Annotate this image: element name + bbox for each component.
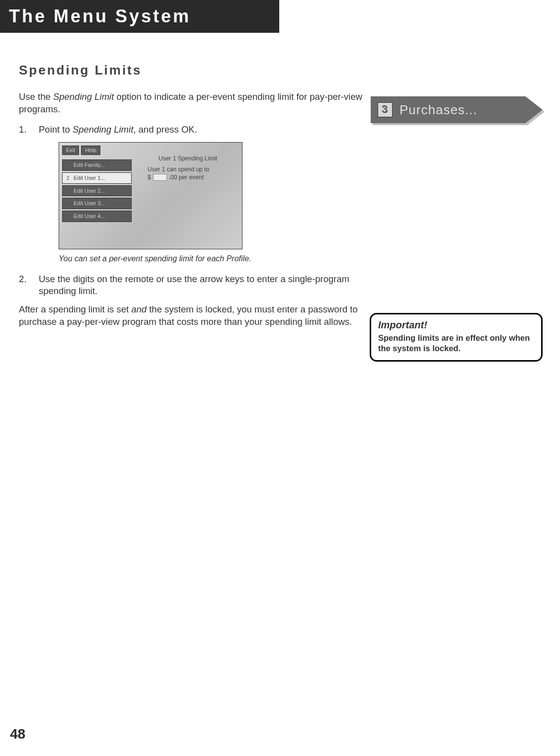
after-em: and [131, 304, 147, 314]
chapter-header: The Menu System [0, 0, 279, 33]
panel-line2: $ .00 per event [148, 173, 204, 181]
menu-label: Edit User 3... [74, 200, 105, 206]
menu-edit-family: Edit Family... [62, 159, 132, 171]
menu-label: Edit User 4... [74, 213, 105, 219]
tag-number-box: 3 [378, 102, 393, 117]
after-pre: After a spending limit is set [19, 304, 131, 314]
intro-pre: Use the [19, 91, 53, 102]
tag-number: 3 [382, 103, 388, 116]
screenshot-menu: Edit Family... 2Edit User 1... Edit User… [62, 159, 132, 224]
chapter-title: The Menu System [9, 6, 191, 27]
help-button: Help [81, 146, 100, 155]
menu-edit-user-2: Edit User 2... [62, 185, 132, 197]
figure-wrapper: Exit Help Edit Family... 2Edit User 1...… [59, 142, 242, 249]
menu-num: 2 [67, 175, 73, 182]
screenshot-toolbar: Exit Help [62, 146, 100, 155]
tag-label: Purchases... [400, 102, 478, 118]
note-body: Spending limits are in effect only when … [378, 333, 534, 354]
amount-input [153, 174, 167, 181]
step-2: Use the digits on the remote or use the … [19, 273, 367, 298]
menu-label: Edit User 2... [74, 188, 105, 194]
figure-caption: You can set a per-event spending limit f… [59, 253, 367, 264]
important-note: Important! Spending limits are in effect… [370, 313, 543, 362]
menu-edit-user-1: 2Edit User 1... [62, 172, 132, 184]
panel-line1: User 1 can spend up to [148, 165, 209, 173]
spending-limit-screenshot: Exit Help Edit Family... 2Edit User 1...… [59, 142, 242, 249]
note-title: Important! [378, 319, 534, 331]
menu-label: Edit User 1... [74, 175, 105, 181]
main-column: Spending Limits Use the Spending Limit o… [19, 63, 367, 328]
step1-em: Spending Limit [73, 124, 133, 135]
intro-paragraph: Use the Spending Limit option to indicat… [19, 91, 367, 116]
section-title: Spending Limits [19, 63, 367, 78]
intro-em: Spending Limit [53, 91, 114, 102]
step-1: Point to Spending Limit, and press OK. E… [19, 124, 367, 264]
menu-label: Edit Family... [74, 162, 105, 168]
exit-button: Exit [62, 146, 79, 155]
purchases-tag: 3 Purchases... [371, 96, 543, 123]
tag-body: 3 Purchases... [371, 96, 543, 123]
per-event-suffix: .00 per event [169, 173, 204, 181]
step1-post: , and press OK. [133, 124, 197, 135]
menu-edit-user-3: Edit User 3... [62, 198, 132, 209]
steps-list: Point to Spending Limit, and press OK. E… [19, 124, 367, 298]
after-paragraph: After a spending limit is set and the sy… [19, 303, 367, 328]
page-number: 48 [10, 726, 25, 742]
dollar-sign: $ [148, 173, 151, 181]
panel-title: User 1 Spending Limit [159, 154, 217, 162]
step1-pre: Point to [39, 124, 73, 135]
step2-text: Use the digits on the remote or use the … [39, 274, 349, 297]
menu-edit-user-4: Edit User 4... [62, 211, 132, 222]
page-content: Spending Limits Use the Spending Limit o… [0, 33, 560, 328]
